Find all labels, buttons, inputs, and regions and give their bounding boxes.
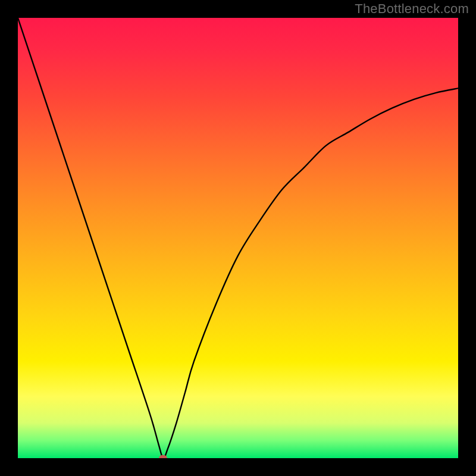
bottleneck-curve [18, 18, 458, 458]
plot-area [18, 18, 458, 458]
optimal-point-marker [159, 455, 167, 459]
chart-frame: TheBottleneck.com [0, 0, 476, 476]
watermark-text: TheBottleneck.com [355, 1, 469, 17]
